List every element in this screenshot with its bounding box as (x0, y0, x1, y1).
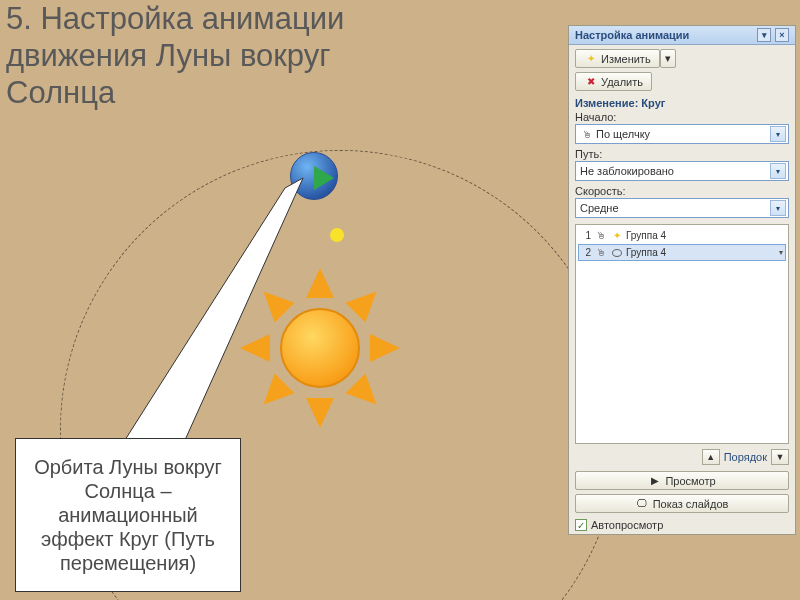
animation-pane: Настройка анимации ▾ × ✦ Изменить ▾ ✖ Уд… (568, 25, 796, 535)
remove-button-label: Удалить (601, 76, 643, 88)
autoplay-label: Автопросмотр (591, 519, 663, 531)
pane-header: Настройка анимации ▾ × (569, 26, 795, 45)
reorder-label: Порядок (724, 451, 767, 463)
slideshow-button[interactable]: 🖵 Показ слайдов (575, 494, 789, 513)
preview-button-label: Просмотр (665, 475, 715, 487)
item-number: 1 (581, 230, 591, 241)
callout-pointer (125, 178, 305, 458)
chevron-down-icon: ▾ (770, 163, 786, 179)
mouse-icon: 🖱 (580, 128, 593, 141)
pane-title: Настройка анимации (575, 29, 689, 41)
chevron-down-icon: ▾ (770, 126, 786, 142)
moon-graphic (330, 228, 344, 242)
path-value: Не заблокировано (580, 165, 674, 177)
chevron-down-icon[interactable]: ▾ (779, 248, 783, 257)
list-item[interactable]: 1 🖱 ✦ Группа 4 (578, 227, 786, 244)
slideshow-button-label: Показ слайдов (653, 498, 729, 510)
change-button[interactable]: ✦ Изменить (575, 49, 660, 68)
path-select[interactable]: Не заблокировано ▾ (575, 161, 789, 181)
move-up-button[interactable]: ▲ (702, 449, 720, 465)
callout-box: Орбита Луны вокруг Солнца – анимационный… (15, 438, 241, 592)
item-label: Группа 4 (626, 247, 666, 258)
play-icon: ▶ (648, 474, 661, 487)
mouse-icon: 🖱 (594, 229, 607, 242)
item-label: Группа 4 (626, 230, 666, 241)
preview-button[interactable]: ▶ Просмотр (575, 471, 789, 490)
autoplay-checkbox[interactable]: ✓ (575, 519, 587, 531)
svg-marker-0 (125, 178, 303, 440)
start-value: По щелчку (596, 128, 650, 140)
list-item[interactable]: 2 🖱 Группа 4 ▾ (578, 244, 786, 261)
callout-text: Орбита Луны вокруг Солнца – анимационный… (22, 455, 234, 575)
speed-value: Средне (580, 202, 619, 214)
reorder-controls: ▲ Порядок ▼ (569, 446, 795, 468)
change-button-label: Изменить (601, 53, 651, 65)
motion-path-start-icon (314, 166, 334, 190)
autoplay-row: ✓ Автопросмотр (569, 516, 795, 534)
slideshow-icon: 🖵 (636, 497, 649, 510)
remove-button[interactable]: ✖ Удалить (575, 72, 652, 91)
page-title: 5. Настройка анимации движения Луны вокр… (6, 0, 386, 112)
pane-menu-icon[interactable]: ▾ (757, 28, 771, 42)
animation-list[interactable]: 1 🖱 ✦ Группа 4 2 🖱 Группа 4 ▾ (575, 224, 789, 444)
close-icon[interactable]: × (775, 28, 789, 42)
mouse-icon: 🖱 (594, 246, 607, 259)
effect-section-title: Изменение: Круг (569, 95, 795, 111)
chevron-down-icon: ▾ (770, 200, 786, 216)
speed-label: Скорость: (569, 185, 795, 198)
star-icon: ✦ (584, 52, 597, 65)
change-dropdown-icon[interactable]: ▾ (660, 49, 676, 68)
move-down-button[interactable]: ▼ (771, 449, 789, 465)
speed-select[interactable]: Средне ▾ (575, 198, 789, 218)
path-label: Путь: (569, 148, 795, 161)
item-number: 2 (581, 247, 591, 258)
delete-icon: ✖ (584, 75, 597, 88)
star-icon: ✦ (610, 229, 623, 242)
circle-path-icon (610, 246, 623, 259)
start-select[interactable]: 🖱По щелчку ▾ (575, 124, 789, 144)
start-label: Начало: (569, 111, 795, 124)
